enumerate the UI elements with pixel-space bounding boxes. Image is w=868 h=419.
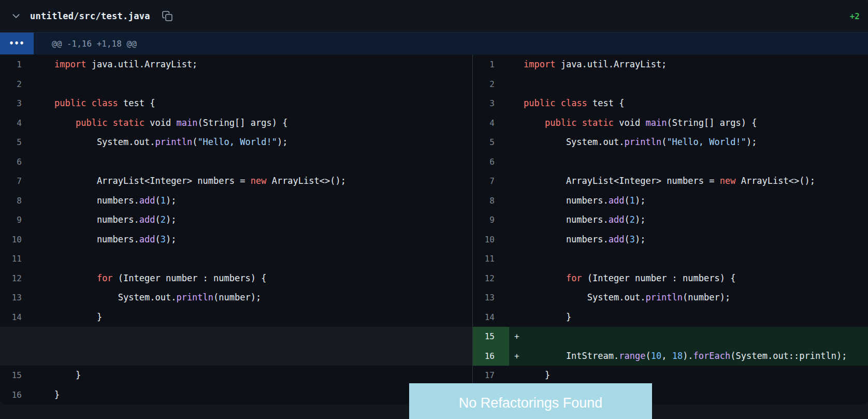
line-number[interactable]: 9 <box>473 210 509 230</box>
diff-viewer: untitled/src/test.java +2 ••• @@ -1,16 +… <box>0 0 868 404</box>
code-line: numbers.add(1); <box>524 191 645 211</box>
code-line: public static void main(String[] args) { <box>54 113 287 133</box>
diff-row: 17 } <box>473 366 868 385</box>
code-line: for (Integer number : numbers) { <box>524 269 735 288</box>
diff-row: 6 <box>473 152 868 172</box>
diff-row: 1import java.util.ArrayList; <box>0 55 472 75</box>
code-line: } <box>54 366 81 385</box>
copy-path-button[interactable] <box>161 9 174 23</box>
line-number[interactable]: 13 <box>0 288 31 308</box>
code-line: System.out.println(number); <box>524 288 730 308</box>
hunk-header-row: ••• @@ -1,16 +1,18 @@ <box>0 33 868 55</box>
code-line: public class test { <box>54 94 155 113</box>
diff-row: 16+ IntStream.range(10, 18).forEach(Syst… <box>473 346 868 366</box>
code-line: numbers.add(3); <box>54 230 176 250</box>
line-number[interactable]: 12 <box>0 269 31 288</box>
line-number[interactable]: 1 <box>0 55 31 75</box>
line-number[interactable]: 16 <box>473 346 509 366</box>
line-number[interactable]: 14 <box>473 308 509 327</box>
line-number[interactable]: 10 <box>0 230 31 250</box>
diff-row: 3public class test { <box>0 94 472 113</box>
diff-marker: + <box>509 331 524 341</box>
line-number[interactable]: 6 <box>0 152 31 172</box>
line-number[interactable]: 4 <box>473 113 509 133</box>
diff-row: 5 System.out.println("Hello, World!"); <box>473 133 868 152</box>
line-number[interactable]: 9 <box>0 210 31 230</box>
hunk-header-text: @@ -1,16 +1,18 @@ <box>52 39 137 49</box>
diff-row: 9 numbers.add(2); <box>473 210 868 230</box>
diff-row: 6 <box>0 152 472 172</box>
line-number[interactable]: 6 <box>473 152 509 172</box>
line-number[interactable]: 8 <box>473 191 509 211</box>
code-line: System.out.println("Hello, World!"); <box>54 133 287 152</box>
diff-row: 2 <box>0 75 472 94</box>
code-line: numbers.add(2); <box>54 210 176 230</box>
line-number <box>0 346 31 366</box>
line-number[interactable]: 12 <box>473 269 509 288</box>
diff-row: 9 numbers.add(2); <box>0 210 472 230</box>
toast-notification: No Refactorings Found <box>409 383 652 419</box>
line-number[interactable]: 4 <box>0 113 31 133</box>
diff-row: 15+ <box>473 327 868 346</box>
code-line: public static void main(String[] args) { <box>524 113 757 133</box>
diff-row: 11 <box>0 249 472 269</box>
code-line: import java.util.ArrayList; <box>524 55 667 75</box>
code-line: ArrayList<Integer> numbers = new ArrayLi… <box>524 171 815 191</box>
line-number[interactable]: 13 <box>473 288 509 308</box>
line-number <box>0 327 31 346</box>
diff-row: 10 numbers.add(3); <box>473 230 868 250</box>
chevron-down-icon[interactable] <box>10 10 22 22</box>
line-number[interactable]: 11 <box>0 249 31 269</box>
code-line: public class test { <box>524 94 625 113</box>
line-number[interactable]: 3 <box>0 94 31 113</box>
line-number[interactable]: 7 <box>473 171 509 191</box>
diff-row: 14 } <box>0 308 472 327</box>
line-number[interactable]: 14 <box>0 308 31 327</box>
line-number[interactable]: 3 <box>473 94 509 113</box>
diff-panel-original: 1import java.util.ArrayList;23public cla… <box>0 55 473 404</box>
file-path: untitled/src/test.java <box>30 11 150 21</box>
diff-row: 12 for (Integer number : numbers) { <box>0 269 472 288</box>
diff-marker: + <box>509 351 524 361</box>
line-number[interactable]: 15 <box>473 327 509 346</box>
diff-row: 5 System.out.println("Hello, World!"); <box>0 133 472 152</box>
expand-hunk-button[interactable]: ••• <box>0 33 34 54</box>
diff-row: 16} <box>0 385 472 405</box>
diff-body: 1import java.util.ArrayList;23public cla… <box>0 55 868 404</box>
line-number[interactable]: 8 <box>0 191 31 211</box>
code-line: } <box>524 308 571 327</box>
file-header: untitled/src/test.java +2 <box>0 0 868 33</box>
line-number[interactable]: 5 <box>473 133 509 152</box>
code-line: for (Integer number : numbers) { <box>54 269 266 288</box>
diff-row: 11 <box>473 249 868 269</box>
diff-row: 13 System.out.println(number); <box>0 288 472 308</box>
line-number[interactable]: 5 <box>0 133 31 152</box>
code-line: System.out.println("Hello, World!"); <box>524 133 757 152</box>
diff-row: 14 } <box>473 308 868 327</box>
line-number[interactable]: 7 <box>0 171 31 191</box>
line-number[interactable]: 2 <box>473 75 509 94</box>
diff-row: 8 numbers.add(1); <box>473 191 868 211</box>
code-line: numbers.add(3); <box>524 230 645 250</box>
diff-row: 4 public static void main(String[] args)… <box>473 113 868 133</box>
added-lines-badge: +2 <box>850 11 860 21</box>
code-line: System.out.println(number); <box>54 288 261 308</box>
diff-row: 4 public static void main(String[] args)… <box>0 113 472 133</box>
diff-row: 7 ArrayList<Integer> numbers = new Array… <box>473 171 868 191</box>
line-number[interactable]: 16 <box>0 385 31 405</box>
code-line: numbers.add(1); <box>54 191 176 211</box>
line-number[interactable]: 1 <box>473 55 509 75</box>
toast-message: No Refactorings Found <box>459 395 603 411</box>
line-number[interactable]: 17 <box>473 366 509 385</box>
diff-panel-modified: 1import java.util.ArrayList;23public cla… <box>473 55 868 404</box>
line-number[interactable]: 2 <box>0 75 31 94</box>
line-number[interactable]: 11 <box>473 249 509 269</box>
code-line: IntStream.range(10, 18).forEach(System.o… <box>524 346 847 366</box>
diff-row: 3public class test { <box>473 94 868 113</box>
diff-row: 8 numbers.add(1); <box>0 191 472 211</box>
line-number[interactable]: 15 <box>0 366 31 385</box>
diff-row: 12 for (Integer number : numbers) { <box>473 269 868 288</box>
code-line: numbers.add(2); <box>524 210 645 230</box>
line-number[interactable]: 10 <box>473 230 509 250</box>
code-line: ArrayList<Integer> numbers = new ArrayLi… <box>54 171 346 191</box>
